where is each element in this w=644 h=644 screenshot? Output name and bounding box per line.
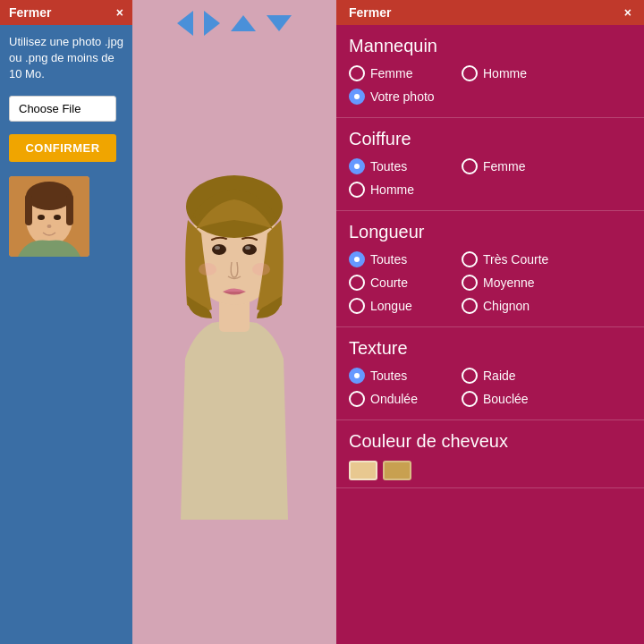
center-panel (132, 0, 336, 644)
longueur-courte-radio[interactable] (349, 275, 365, 291)
texture-bouclee-radio[interactable] (462, 391, 478, 407)
longueur-chignon-row: Chignon (462, 298, 560, 314)
texture-options: Toutes Raide Ondulée Bouclée (349, 368, 631, 407)
longueur-moyenne-label[interactable]: Moyenne (483, 275, 535, 290)
section-longueur: Longueur Toutes Très Courte Courte Moyen… (336, 211, 644, 327)
coiffure-toutes-label[interactable]: Toutes (370, 159, 407, 174)
right-close-bar: Fermer × (336, 0, 644, 25)
section-couleur: Couleur de cheveux (336, 420, 644, 488)
coiffure-femme-radio[interactable] (462, 158, 478, 174)
model-image-area (132, 46, 336, 644)
svg-point-3 (26, 182, 72, 210)
texture-raide-radio[interactable] (462, 368, 478, 384)
longueur-longue-radio[interactable] (349, 298, 365, 314)
coiffure-title: Coiffure (349, 129, 631, 149)
section-mannequin: Mannequin Femme Homme Votre photo (336, 25, 644, 118)
longueur-toutes-label[interactable]: Toutes (370, 252, 407, 267)
right-panel: Fermer × Mannequin Femme Homme Votre pho… (336, 0, 644, 644)
mannequin-homme-row: Homme (462, 65, 560, 81)
arrow-down-button[interactable] (265, 13, 293, 36)
arrow-up-icon (231, 15, 256, 31)
mannequin-femme-row: Femme (349, 65, 447, 81)
texture-toutes-radio[interactable] (349, 368, 365, 384)
svg-point-13 (212, 244, 226, 255)
longueur-trescourte-row: Très Courte (462, 251, 560, 267)
mannequin-femme-label[interactable]: Femme (370, 66, 412, 80)
navigation-arrows (175, 0, 293, 46)
longueur-longue-row: Longue (349, 298, 447, 314)
svg-rect-5 (66, 194, 73, 225)
svg-point-18 (252, 263, 270, 275)
coiffure-options: Toutes Femme Homme (349, 158, 631, 198)
longueur-moyenne-row: Moyenne (462, 275, 560, 291)
couleur-swatch-1[interactable] (349, 461, 377, 480)
mannequin-homme-label[interactable]: Homme (483, 66, 527, 80)
couleur-title: Couleur de cheveux (349, 431, 631, 452)
mannequin-femme-radio[interactable] (349, 65, 365, 81)
longueur-moyenne-radio[interactable] (462, 275, 478, 291)
texture-ondulee-radio[interactable] (349, 391, 365, 407)
arrow-right-button[interactable] (202, 9, 222, 40)
svg-point-6 (38, 215, 45, 220)
longueur-chignon-radio[interactable] (462, 298, 478, 314)
left-close-label: Fermer (9, 5, 51, 20)
longueur-longue-label[interactable]: Longue (370, 299, 412, 313)
mannequin-votrephoto-label[interactable]: Votre photo (370, 89, 435, 104)
left-panel: Fermer × Utilisez une photo .jpg ou .png… (0, 0, 132, 644)
avatar-image (9, 176, 89, 257)
arrow-left-icon (177, 11, 193, 36)
coiffure-homme-label[interactable]: Homme (370, 182, 414, 197)
confirmer-button[interactable]: CONFIRMER (9, 134, 116, 162)
left-close-bar: Fermer × (0, 0, 132, 25)
coiffure-femme-row: Femme (462, 158, 560, 174)
mannequin-votrephoto-row: Votre photo (349, 89, 447, 105)
longueur-courte-row: Courte (349, 275, 447, 291)
couleur-swatch-2[interactable] (383, 461, 411, 480)
coiffure-femme-label[interactable]: Femme (483, 159, 525, 174)
longueur-toutes-row: Toutes (349, 251, 447, 267)
longueur-title: Longueur (349, 222, 631, 242)
coiffure-toutes-radio[interactable] (349, 158, 365, 174)
texture-bouclee-row: Bouclée (462, 391, 560, 407)
section-coiffure: Coiffure Toutes Femme Homme (336, 118, 644, 211)
coiffure-toutes-row: Toutes (349, 158, 447, 174)
section-texture: Texture Toutes Raide Ondulée Bouclée (336, 327, 644, 420)
longueur-chignon-label[interactable]: Chignon (483, 299, 530, 313)
texture-toutes-label[interactable]: Toutes (370, 369, 407, 383)
mannequin-title: Mannequin (349, 36, 631, 56)
instruction-text: Utilisez une photo .jpg ou .png de moins… (0, 25, 132, 92)
mannequin-options: Femme Homme Votre photo (349, 65, 631, 105)
coiffure-homme-radio[interactable] (349, 182, 365, 198)
choose-file-button[interactable]: Choose File (9, 96, 116, 122)
arrow-right-icon (204, 11, 220, 36)
svg-point-8 (47, 225, 52, 228)
svg-point-15 (215, 246, 220, 250)
mannequin-homme-radio[interactable] (462, 65, 478, 81)
coiffure-homme-row: Homme (349, 182, 447, 198)
arrow-down-icon (267, 15, 292, 31)
texture-title: Texture (349, 338, 631, 359)
arrow-left-button[interactable] (175, 9, 195, 40)
couleur-swatches (349, 461, 631, 480)
texture-toutes-row: Toutes (349, 368, 447, 384)
model-illustration (140, 55, 328, 520)
svg-point-16 (245, 246, 250, 250)
longueur-toutes-radio[interactable] (349, 251, 365, 267)
texture-raide-row: Raide (462, 368, 560, 384)
right-close-label: Fermer (349, 5, 391, 20)
longueur-trescourte-label[interactable]: Très Courte (483, 252, 548, 267)
texture-ondulee-row: Ondulée (349, 391, 447, 407)
svg-rect-4 (25, 194, 32, 225)
right-close-button[interactable]: × (624, 5, 631, 20)
texture-raide-label[interactable]: Raide (483, 369, 516, 383)
texture-ondulee-label[interactable]: Ondulée (370, 392, 418, 406)
longueur-courte-label[interactable]: Courte (370, 275, 408, 290)
texture-bouclee-label[interactable]: Bouclée (483, 392, 529, 406)
svg-point-7 (54, 215, 61, 220)
longueur-trescourte-radio[interactable] (462, 251, 478, 267)
mannequin-votrephoto-radio[interactable] (349, 89, 365, 105)
left-close-button[interactable]: × (116, 5, 123, 20)
arrow-up-button[interactable] (229, 13, 258, 36)
svg-point-17 (199, 263, 216, 275)
file-input-wrapper: Choose File (9, 96, 116, 122)
